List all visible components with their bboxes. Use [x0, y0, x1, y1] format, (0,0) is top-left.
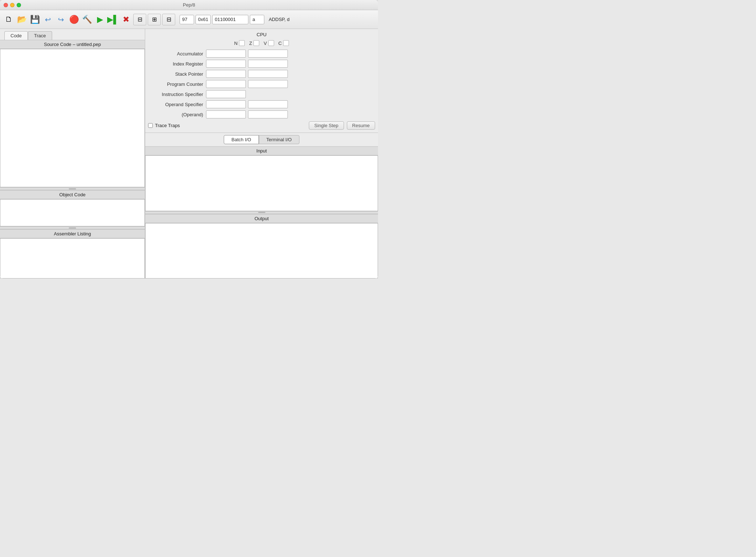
cpu-bottom: Trace Traps Single Step Resume [148, 121, 375, 130]
tab-code[interactable]: Code [4, 31, 28, 40]
resizer-input-output[interactable] [145, 211, 378, 214]
flag-z-group: Z [249, 40, 259, 46]
run-icon: ▶ [97, 15, 103, 24]
operand-specifier-label: Operand Specifier [148, 102, 206, 107]
index-register-label: Index Register [148, 61, 206, 67]
accumulator-hex-input[interactable] [206, 50, 246, 58]
undo-icon: ↩ [45, 15, 51, 24]
flag-z-checkbox[interactable] [253, 40, 259, 46]
source-code-textarea[interactable] [0, 49, 144, 187]
flag-n-group: N [234, 40, 245, 46]
stack-pointer-label: Stack Pointer [148, 71, 206, 77]
flag-v-group: V [264, 40, 274, 46]
stop-button[interactable]: ✖ [120, 14, 132, 25]
io-tab-terminal[interactable]: Terminal I/O [259, 135, 299, 144]
io-tabs: Batch I/O Terminal I/O [145, 133, 378, 146]
index-register-hex-input[interactable] [206, 60, 246, 68]
object-code-textarea[interactable] [0, 200, 144, 226]
mem2-icon: ⊞ [152, 16, 157, 23]
output-header: Output [145, 214, 378, 223]
io-tab-batch[interactable]: Batch I/O [224, 135, 259, 144]
cpu-header: CPU [148, 32, 375, 37]
resume-button[interactable]: Resume [347, 121, 375, 130]
decimal-value: 97 [180, 15, 194, 24]
stack-pointer-hex-input[interactable] [206, 70, 246, 78]
stack-pointer-dec-input[interactable] [248, 70, 288, 78]
build-icon: 🔨 [82, 15, 92, 24]
program-counter-dec-input[interactable] [248, 80, 288, 88]
char-value: a [250, 15, 264, 24]
program-counter-hex-input[interactable] [206, 80, 246, 88]
input-textarea[interactable] [146, 156, 378, 211]
undo-button[interactable]: ↩ [42, 14, 54, 25]
titlebar: Pep/8 [0, 0, 378, 10]
run-debug-button[interactable]: ▶▌ [107, 14, 119, 25]
flag-z-label: Z [249, 41, 252, 46]
run-button[interactable]: ▶ [94, 14, 106, 25]
assembler-header: Assembler Listing [0, 229, 145, 238]
stack-pointer-row: Stack Pointer [148, 70, 375, 78]
source-code-editor [0, 49, 145, 187]
operand-specifier-hex-input[interactable] [206, 100, 246, 108]
input-header: Input [145, 146, 378, 155]
flag-n-label: N [234, 41, 238, 46]
operand-specifier-dec-input[interactable] [248, 100, 288, 108]
trace-traps-group: Trace Traps [148, 123, 180, 128]
mem2-button[interactable]: ⊞ [148, 14, 161, 25]
flag-c-checkbox[interactable] [283, 40, 289, 46]
mem1-icon: ⊟ [138, 16, 142, 23]
toolbar: 🗋 📂 💾 ↩ ↪ 🔴 🔨 ▶ ▶▌ ✖ ⊟ [0, 10, 378, 29]
flag-n-checkbox[interactable] [239, 40, 245, 46]
single-step-button[interactable]: Single Step [309, 121, 344, 130]
index-register-row: Index Register [148, 60, 375, 68]
step-buttons: Single Step Resume [309, 121, 375, 130]
operand-dec-input[interactable] [248, 110, 288, 118]
resizer-source-object[interactable] [0, 187, 145, 190]
minimize-button[interactable] [10, 3, 14, 7]
assembler-editor [0, 238, 145, 278]
instruction-specifier-label: Instruction Specifier [148, 92, 206, 97]
output-textarea-container [145, 223, 378, 279]
open-button[interactable]: 📂 [16, 14, 28, 25]
assembler-textarea[interactable] [0, 239, 144, 278]
accumulator-row: Accumulator [148, 50, 375, 58]
instruction-mnemonic: ADDSP, d [269, 17, 290, 22]
new-icon: 🗋 [5, 15, 12, 24]
flag-v-label: V [264, 41, 267, 46]
binary-value: 01100001 [212, 15, 248, 24]
close-button[interactable] [4, 3, 8, 7]
help-icon: 🔴 [69, 15, 79, 24]
output-area: Output [145, 214, 378, 279]
flag-v-checkbox[interactable] [268, 40, 274, 46]
mem3-button[interactable]: ⊟ [162, 14, 175, 25]
resizer-object-assembler[interactable] [0, 226, 145, 229]
window-title: Pep/8 [183, 2, 195, 8]
open-icon: 📂 [17, 15, 27, 24]
source-code-section: Source Code – untitled.pep [0, 40, 145, 187]
source-code-header: Source Code – untitled.pep [0, 40, 145, 49]
accumulator-dec-input[interactable] [248, 50, 288, 58]
output-textarea[interactable] [146, 223, 378, 278]
right-panel: CPU N Z V C [145, 29, 378, 278]
mem1-button[interactable]: ⊟ [133, 14, 146, 25]
flag-c-group: C [278, 40, 289, 46]
redo-button[interactable]: ↪ [55, 14, 67, 25]
trace-traps-label: Trace Traps [155, 123, 180, 128]
input-area: Input [145, 146, 378, 211]
operand-hex-input[interactable] [206, 110, 246, 118]
index-register-dec-input[interactable] [248, 60, 288, 68]
save-button[interactable]: 💾 [29, 14, 41, 25]
help-button[interactable]: 🔴 [68, 14, 80, 25]
new-button[interactable]: 🗋 [3, 14, 14, 25]
input-textarea-container [145, 155, 378, 211]
mem3-icon: ⊟ [167, 16, 171, 23]
instruction-specifier-hex-input[interactable] [206, 90, 246, 98]
io-section: Input Output [145, 146, 378, 278]
object-code-header: Object Code [0, 190, 145, 199]
maximize-button[interactable] [17, 3, 21, 7]
build-button[interactable]: 🔨 [81, 14, 93, 25]
trace-traps-checkbox[interactable] [148, 123, 153, 128]
tab-trace[interactable]: Trace [28, 31, 52, 40]
left-panel: Code Trace Source Code – untitled.pep Ob… [0, 29, 145, 278]
operand-row: (Operand) [148, 110, 375, 118]
